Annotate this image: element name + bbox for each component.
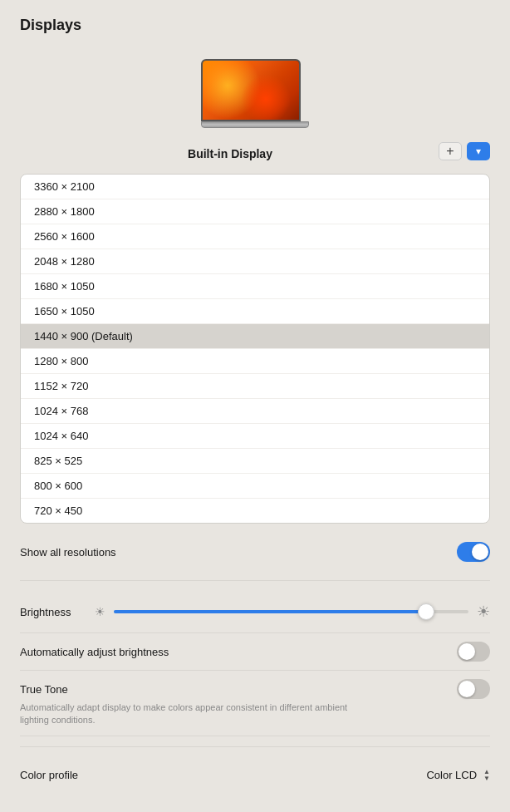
laptop-base (201, 121, 309, 128)
settings-section: Show all resolutions (20, 524, 490, 580)
resolution-item[interactable]: 800 × 600 (21, 474, 489, 499)
color-profile-row: Color profile Color LCD ▲ ▼ (20, 757, 490, 794)
show-all-resolutions-label: Show all resolutions (20, 546, 116, 559)
auto-brightness-toggle[interactable] (457, 642, 490, 662)
color-profile-section: Color profile Color LCD ▲ ▼ (20, 747, 490, 804)
brightness-label: Brightness (20, 606, 86, 618)
show-all-resolutions-knob (472, 544, 488, 560)
color-profile-stepper: ▲ ▼ (483, 769, 490, 782)
resolution-item[interactable]: 3360 × 2100 (21, 175, 489, 199)
resolution-item[interactable]: 2880 × 1800 (21, 199, 489, 224)
show-all-resolutions-toggle[interactable] (457, 542, 490, 562)
auto-brightness-row: Automatically adjust brightness (20, 633, 490, 671)
true-tone-top: True Tone (20, 679, 490, 699)
auto-brightness-label: Automatically adjust brightness (20, 646, 169, 658)
resolution-item[interactable]: 1024 × 640 (21, 424, 489, 449)
color-profile-value: Color LCD (426, 769, 477, 781)
true-tone-knob (459, 681, 475, 697)
resolution-item[interactable]: 2560 × 1600 (21, 224, 489, 249)
brightness-slider-fill (114, 610, 426, 613)
resolution-item[interactable]: 1680 × 1050 (21, 274, 489, 299)
brightness-section: Brightness ☀ ☀ Automatically adjust brig… (20, 581, 490, 746)
resolution-item[interactable]: 1152 × 720 (21, 374, 489, 399)
display-header: Built-in Display + ▾ (0, 42, 510, 174)
resolution-item[interactable]: 1650 × 1050 (21, 299, 489, 324)
display-controls: + ▾ (439, 142, 490, 160)
true-tone-row: True Tone Automatically adapt display to… (20, 671, 490, 736)
resolution-item[interactable]: 825 × 525 (21, 449, 489, 474)
brightness-slider-track (114, 610, 468, 613)
display-name: Built-in Display (20, 147, 440, 160)
laptop-wallpaper (203, 61, 299, 120)
true-tone-description: Automatically adapt display to make colo… (20, 701, 352, 727)
display-name-row: Built-in Display (20, 147, 490, 160)
brightness-row: Brightness ☀ ☀ (20, 591, 490, 633)
brightness-slider-container[interactable] (114, 609, 468, 614)
resolution-item[interactable]: 2048 × 1280 (21, 249, 489, 274)
true-tone-label: True Tone (20, 683, 68, 696)
laptop-screen (201, 59, 301, 121)
stepper-down-icon: ▼ (483, 775, 490, 782)
resolution-item[interactable]: 1024 × 768 (21, 399, 489, 424)
add-display-button[interactable]: + (439, 142, 462, 160)
color-profile-label: Color profile (20, 769, 78, 781)
brightness-slider-thumb[interactable] (418, 603, 434, 620)
color-profile-value-container[interactable]: Color LCD ▲ ▼ (426, 769, 490, 782)
auto-brightness-knob (459, 643, 475, 660)
resolution-list: 3360 × 21002880 × 18002560 × 16002048 × … (20, 174, 490, 524)
laptop-icon (201, 59, 309, 134)
sun-large-icon: ☀ (477, 603, 490, 621)
resolution-item[interactable]: 720 × 450 (21, 499, 489, 523)
page-title: Displays (0, 0, 510, 42)
resolution-item[interactable]: 1280 × 800 (21, 349, 489, 374)
sun-small-icon: ☀ (95, 605, 105, 618)
true-tone-toggle[interactable] (457, 679, 490, 699)
show-all-resolutions-row: Show all resolutions (20, 534, 490, 570)
display-chevron-button[interactable]: ▾ (467, 142, 490, 160)
resolution-item[interactable]: 1440 × 900 (Default) (21, 324, 489, 349)
